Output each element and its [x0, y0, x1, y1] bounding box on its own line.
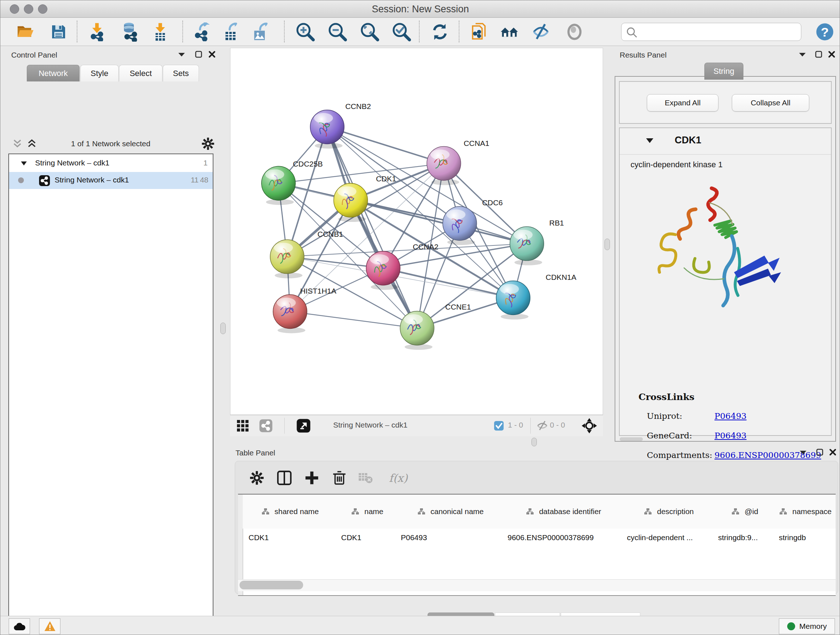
right-splitter-handle[interactable]	[605, 239, 610, 250]
table-options-gear-icon[interactable]	[247, 468, 267, 488]
string-network-icon	[39, 175, 50, 187]
network-share-view-icon[interactable]	[258, 418, 273, 433]
toolbar-separator	[284, 21, 285, 42]
warning-status-button[interactable]	[39, 618, 60, 634]
network-edge-HIST1H1A-CCNE1[interactable]	[290, 312, 417, 328]
results-panel-float-icon[interactable]	[815, 51, 822, 58]
collection-count: 1	[193, 158, 208, 167]
main-toolbar: ?	[0, 18, 840, 46]
table-cell[interactable]: stringdb	[775, 529, 836, 547]
cloud-status-button[interactable]	[9, 618, 30, 634]
export-image-icon[interactable]	[250, 22, 270, 42]
table-panel: Table Panel f(x)	[230, 447, 840, 616]
zoom-in-icon[interactable]	[295, 22, 315, 42]
tab-style[interactable]: Style	[80, 65, 118, 81]
birds-eye-view-icon[interactable]	[582, 418, 597, 433]
network-edge-CCNA2-CDKN1A[interactable]	[383, 268, 513, 298]
first-neighbors-icon[interactable]	[500, 22, 519, 42]
import-network-from-file-icon[interactable]	[87, 22, 107, 42]
search-input[interactable]	[640, 25, 797, 39]
control-panel-close-icon[interactable]	[208, 51, 216, 58]
column-header-label: @id	[745, 507, 758, 516]
protein-description: cyclin-dependent kinase 1	[630, 160, 722, 169]
network-collection-row[interactable]: String Network – cdk1 1	[9, 155, 213, 172]
results-panel-close-icon[interactable]	[828, 51, 835, 58]
results-panel-title: Results Panel	[620, 51, 667, 59]
table-cell[interactable]: cyclin-dependent ...	[623, 529, 714, 547]
hide-selected-icon[interactable]	[531, 22, 551, 42]
crosslink-uniprot-link[interactable]: P06493	[714, 411, 747, 421]
results-scrollbar-thumb[interactable]	[620, 437, 643, 441]
table-panel-menu-icon[interactable]	[799, 449, 807, 455]
detach-view-icon[interactable]	[296, 418, 311, 433]
network-row[interactable]: String Network – cdk1 11 48	[9, 172, 213, 189]
network-edge-CCNB2-CCNA1[interactable]	[327, 127, 444, 164]
column-header-description[interactable]: description	[623, 494, 715, 529]
protein-collapse-icon[interactable]	[646, 138, 654, 144]
import-table-from-file-icon[interactable]	[150, 22, 170, 42]
table-cell[interactable]: stringdb:9...	[714, 529, 775, 547]
column-header-canonical-name[interactable]: canonical name	[397, 494, 504, 529]
hscrollbar-track[interactable]	[238, 579, 836, 591]
table-cell[interactable]: CDK1	[243, 529, 338, 547]
save-session-icon[interactable]	[49, 22, 68, 42]
column-header-database-identifier[interactable]: database identifier	[504, 494, 624, 529]
column-header-name[interactable]: name	[338, 494, 398, 529]
hscrollbar-thumb[interactable]	[240, 581, 303, 589]
results-panel-menu-icon[interactable]	[798, 51, 806, 57]
show-all-icon[interactable]	[565, 22, 584, 42]
horizontal-splitter-handle[interactable]	[531, 438, 537, 447]
export-table-icon[interactable]	[221, 22, 240, 42]
network-edge-CCNB2-CCNE1[interactable]	[327, 127, 417, 328]
hidden-eye-icon[interactable]	[535, 418, 550, 433]
delete-column-icon[interactable]	[329, 468, 349, 488]
export-network-icon[interactable]	[191, 22, 211, 42]
create-column-icon[interactable]	[302, 468, 322, 488]
network-options-gear-icon[interactable]	[202, 137, 215, 150]
network-view-canvas[interactable]: CCNB2CCNA1CDC25BCDK1CDC6RB1CCNB1CCNA2CDK…	[230, 48, 603, 415]
hidden-count: 0 - 0	[550, 421, 565, 429]
node-label-CDKN1A: CDKN1A	[546, 273, 576, 281]
network-graph[interactable]: CCNB2CCNA1CDC25BCDK1CDC6RB1CCNB1CCNA2CDK…	[231, 48, 603, 415]
open-session-icon[interactable]	[15, 22, 35, 42]
memory-button[interactable]: Memory	[779, 618, 835, 634]
toolbar-separator	[182, 21, 183, 42]
expand-all-button[interactable]: Expand All	[647, 94, 718, 111]
left-splitter-handle[interactable]	[220, 323, 226, 334]
zoom-out-icon[interactable]	[328, 22, 347, 42]
zoom-selected-icon[interactable]	[392, 22, 411, 42]
column-header-shared-name[interactable]: shared name	[243, 494, 338, 529]
search-box	[621, 23, 801, 41]
show-columns-icon[interactable]	[274, 468, 294, 488]
refresh-icon[interactable]	[430, 22, 450, 42]
control-panel-title: Control Panel	[11, 51, 57, 59]
tab-network[interactable]: Network	[27, 65, 80, 81]
column-header-namespace[interactable]: namespace	[775, 494, 836, 529]
tab-string[interactable]: String	[704, 63, 744, 80]
crosslink-genecard-link[interactable]: P06493	[714, 431, 747, 440]
protein-card-header[interactable]: CDK1	[620, 128, 831, 155]
collection-expand-icon[interactable]	[21, 161, 27, 166]
tab-select[interactable]: Select	[119, 65, 163, 81]
collapse-all-button[interactable]: Collapse All	[732, 94, 809, 111]
table-panel-float-icon[interactable]	[816, 448, 823, 456]
table-cell[interactable]: P06493	[397, 529, 504, 547]
help-icon[interactable]: ?	[815, 22, 835, 42]
selected-checkbox-icon[interactable]	[493, 418, 504, 433]
node-gloss	[431, 149, 450, 160]
tab-sets[interactable]: Sets	[163, 65, 199, 81]
grid-view-icon[interactable]	[235, 418, 250, 433]
column-header-label: database identifier	[539, 507, 601, 516]
table-cell[interactable]: CDK1	[338, 529, 397, 547]
import-network-from-database-icon[interactable]	[120, 22, 139, 42]
column-type-icon	[731, 508, 739, 515]
table-panel-close-icon[interactable]	[829, 448, 836, 456]
table-cell[interactable]: 9606.ENSP00000378699	[504, 529, 623, 547]
column-header--id[interactable]: @id	[714, 494, 775, 529]
toolbar-separator	[531, 418, 531, 434]
control-panel-float-icon[interactable]	[195, 51, 202, 58]
node-gloss	[404, 314, 423, 325]
zoom-fit-content-icon[interactable]	[360, 22, 379, 42]
create-network-from-selection-icon[interactable]	[470, 22, 489, 42]
control-panel-menu-icon[interactable]	[178, 51, 186, 57]
